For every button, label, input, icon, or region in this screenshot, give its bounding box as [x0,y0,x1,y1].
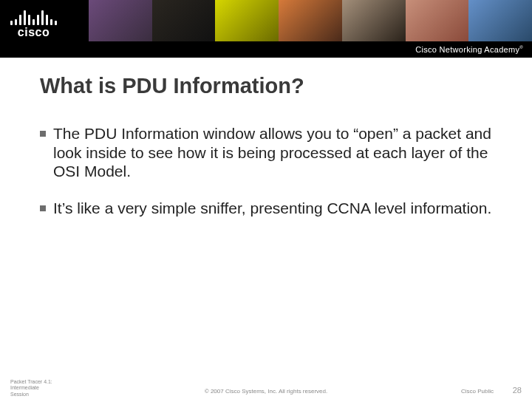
cisco-logo-bars-icon [10,7,57,25]
academy-text: Cisco Networking Academy [415,45,519,54]
banner-photo [342,0,406,41]
trademark: ® [519,45,523,50]
bullet-item: It’s like a very simple sniffer, present… [40,199,492,218]
page-number: 28 [513,386,522,395]
bullet-square-icon [40,131,46,137]
bullet-item: The PDU Information window allows you to… [40,124,492,181]
slide: Cisco Networking Academy® cisco What is … [0,0,532,399]
cisco-logo-text: cisco [18,27,50,38]
header-banner: Cisco Networking Academy® cisco [0,0,532,58]
slide-content: The PDU Information window allows you to… [40,124,492,235]
bullet-square-icon [40,205,46,211]
banner-photo [89,0,152,41]
banner-photo [152,0,216,41]
footer-classification: Cisco Public [461,388,494,395]
banner-photo [406,0,469,41]
banner-photo-strip [89,0,532,41]
slide-title: What is PDU Information? [40,74,304,98]
bullet-text: It’s like a very simple sniffer, present… [53,199,492,218]
banner-photo [468,0,532,41]
bullet-text: The PDU Information window allows you to… [53,124,492,181]
footer-left-line1: Packet Tracer 4.1: [10,379,52,385]
academy-label: Cisco Networking Academy® [415,45,523,54]
banner-photo [215,0,279,41]
slide-footer: Packet Tracer 4.1: Intermediate Session … [0,371,532,399]
banner-black-bar: Cisco Networking Academy® [0,41,532,58]
banner-photo [279,0,342,41]
cisco-logo: cisco [10,7,57,38]
footer-copyright: © 2007 Cisco Systems, Inc. All rights re… [0,388,532,395]
